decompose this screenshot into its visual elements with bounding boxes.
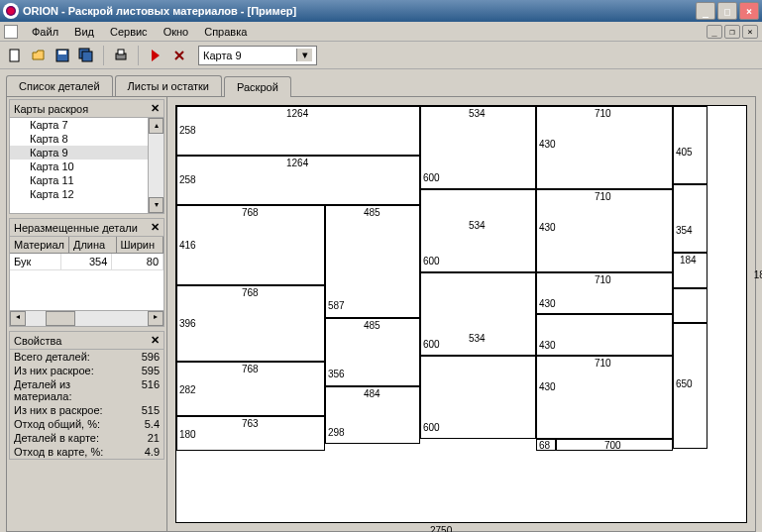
mdi-minimize-button[interactable]: _ xyxy=(707,25,722,39)
app-icon xyxy=(3,3,19,19)
tabbar: Список деталей Листы и остатки Раскрой xyxy=(0,69,762,96)
list-item[interactable]: Карта 10 xyxy=(10,160,163,173)
menu-file[interactable]: Файл xyxy=(24,24,66,40)
close-button[interactable]: × xyxy=(739,2,759,20)
chevron-down-icon: ▾ xyxy=(296,49,312,61)
col-material[interactable]: Материал xyxy=(10,237,69,253)
combo-value: Карта 9 xyxy=(203,50,242,61)
prop-row: Всего деталей:596 xyxy=(10,350,163,364)
doc-icon xyxy=(4,25,18,39)
maps-title: Карты раскроя xyxy=(14,103,88,115)
unplaced-close-icon[interactable]: ✕ xyxy=(151,221,160,234)
menu-service[interactable]: Сервис xyxy=(102,24,156,40)
svg-rect-6 xyxy=(118,50,124,54)
h-scrollbar[interactable]: ◂▸ xyxy=(10,310,163,326)
svg-rect-2 xyxy=(58,51,66,54)
list-item[interactable]: Карта 12 xyxy=(10,187,163,201)
run-button[interactable] xyxy=(145,45,166,66)
col-width[interactable]: Ширин xyxy=(117,237,164,253)
list-item[interactable]: Карта 11 xyxy=(10,173,163,187)
prop-row: Отход в карте, %:4.9 xyxy=(10,445,163,459)
toolbar: Карта 9 ▾ xyxy=(0,42,762,69)
tab-cutting[interactable]: Раскрой xyxy=(224,76,291,97)
maps-close-icon[interactable]: ✕ xyxy=(151,102,160,115)
maps-list[interactable]: Карта 7 Карта 8 Карта 9 Карта 10 Карта 1… xyxy=(10,118,163,213)
svg-rect-4 xyxy=(82,52,92,61)
list-item[interactable]: Карта 8 xyxy=(10,132,163,146)
prop-row: Из них раскрое:595 xyxy=(10,364,163,377)
print-button[interactable] xyxy=(110,45,132,66)
sheet-width: 2750 xyxy=(430,525,452,532)
unplaced-grid: Материал Длина Ширин Бук 354 80 ◂▸ xyxy=(10,237,163,326)
menu-help[interactable]: Справка xyxy=(196,24,255,40)
unplaced-title: Неразмещенные детали xyxy=(14,222,138,234)
tab-parts-list[interactable]: Список деталей xyxy=(6,75,113,96)
cutting-layout[interactable]: 2581264 2581264 416768 485587 768396 485… xyxy=(175,105,747,523)
props-panel: Свойства✕ Всего деталей:596Из них раскро… xyxy=(9,331,164,460)
mdi-restore-button[interactable]: ❐ xyxy=(724,25,740,39)
menubar: Файл Вид Сервис Окно Справка _ ❐ × xyxy=(0,22,762,42)
menu-view[interactable]: Вид xyxy=(66,24,102,40)
sheet-height: 1830 xyxy=(754,269,762,280)
props-close-icon[interactable]: ✕ xyxy=(151,334,160,347)
list-item[interactable]: Карта 7 xyxy=(10,118,163,132)
titlebar: ORION - Раскрой листовых материалов - [П… xyxy=(0,0,762,22)
prop-row: Деталей из материала:516 xyxy=(10,377,163,403)
col-length[interactable]: Длина xyxy=(69,237,117,253)
workspace: Карты раскроя✕ Карта 7 Карта 8 Карта 9 К… xyxy=(6,96,756,532)
maps-panel: Карты раскроя✕ Карта 7 Карта 8 Карта 9 К… xyxy=(9,99,164,214)
menu-window[interactable]: Окно xyxy=(156,24,197,40)
unplaced-panel: Неразмещенные детали✕ Материал Длина Шир… xyxy=(9,218,164,327)
table-row[interactable]: Бук 354 80 xyxy=(10,254,163,270)
save-all-button[interactable] xyxy=(75,45,97,66)
save-button[interactable] xyxy=(52,45,73,66)
maximize-button[interactable]: □ xyxy=(717,2,737,20)
map-combo[interactable]: Карта 9 ▾ xyxy=(198,46,317,65)
stop-button[interactable] xyxy=(168,45,190,66)
prop-row: Из них в раскрое:515 xyxy=(10,403,163,417)
prop-row: Деталей в карте:21 xyxy=(10,431,163,445)
open-button[interactable] xyxy=(28,45,50,66)
prop-row: Отход общий, %:5.4 xyxy=(10,417,163,431)
window-title: ORION - Раскрой листовых материалов - [П… xyxy=(23,5,696,17)
props-title: Свойства xyxy=(14,335,61,347)
scrollbar[interactable]: ▴▾ xyxy=(148,118,163,213)
new-button[interactable] xyxy=(4,45,26,66)
svg-rect-0 xyxy=(10,50,19,61)
tab-sheets[interactable]: Листы и остатки xyxy=(115,75,222,96)
list-item[interactable]: Карта 9 xyxy=(10,146,163,160)
left-panel: Карты раскроя✕ Карта 7 Карта 8 Карта 9 К… xyxy=(7,97,167,531)
minimize-button[interactable]: _ xyxy=(696,2,715,20)
mdi-close-button[interactable]: × xyxy=(742,25,758,39)
